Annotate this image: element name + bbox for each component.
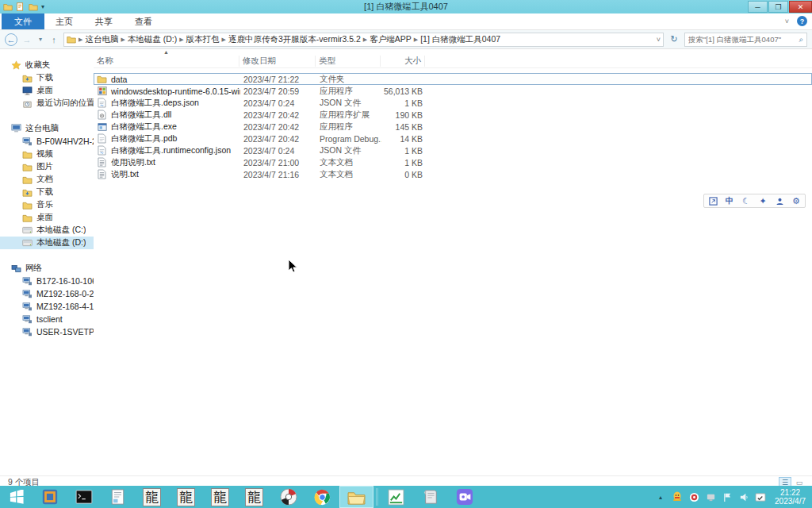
column-header-date[interactable]: 修改日期 [239, 56, 316, 67]
zh-input-icon[interactable]: 中 [725, 196, 734, 206]
file-row[interactable]: windowsdesktop-runtime-6.0.15-win-... 20… [94, 85, 812, 97]
sidebar-item[interactable]: USER-1SVETPSJ92 [0, 325, 94, 338]
quick-access-toolbar: ▾ [0, 2, 44, 11]
breadcrumb[interactable]: ▶ 这台电脑▶ 本地磁盘 (D:)▶ 版本打包▶ 逐鹿中原传奇3开服版本-ver… [63, 33, 664, 47]
breadcrumb-segment[interactable]: [1] 白猪微端工具0407 [419, 34, 502, 45]
hidden-icons-icon[interactable]: ▴ [655, 491, 666, 502]
file-row[interactable]: 使用说明.txt 2023/4/7 21:00 文本文档 1 KB [94, 156, 812, 168]
customize-qat-icon[interactable]: ▾ [41, 3, 44, 10]
taskbar-dragon-client-3[interactable]: 龍 [203, 486, 237, 508]
notepad-doc-icon [109, 488, 127, 506]
taskbar-dragon-client-4[interactable]: 龍 [237, 486, 271, 508]
sidebar-item[interactable]: B172-16-10-106 [0, 275, 94, 287]
new-folder-icon[interactable] [29, 2, 38, 11]
input-indicator-icon[interactable] [755, 491, 766, 502]
sidebar-item[interactable]: B-F0W4HV2H-204: [0, 135, 94, 148]
sidebar-item[interactable]: tsclient [0, 313, 94, 325]
taskbar-start[interactable] [0, 486, 33, 508]
breadcrumb-segment[interactable]: 这台电脑 [83, 34, 120, 45]
refresh-icon[interactable]: ↻ [667, 33, 681, 47]
breadcrumb-segment[interactable]: 本地磁盘 (D:) [126, 34, 178, 45]
file-row[interactable]: 白猪微端工具.deps.json 2023/4/7 0:24 JSON 文件 1… [94, 97, 812, 109]
sidebar-item[interactable]: 图片 [0, 160, 94, 173]
json-icon [97, 98, 107, 108]
taskbar-notepad-doc[interactable] [101, 486, 135, 508]
tab-home[interactable]: 主页 [44, 13, 84, 29]
sidebar-item[interactable]: 文档 [0, 173, 94, 186]
sidebar-item[interactable]: 桌面 [0, 84, 94, 97]
tab-file[interactable]: 文件 [2, 13, 44, 29]
user-icon[interactable] [775, 196, 784, 206]
sidebar-item[interactable]: 本地磁盘 (C:) [0, 224, 94, 237]
recent-locations-icon[interactable]: ▾ [36, 33, 44, 46]
file-row[interactable]: 白猪微端工具.runtimeconfig.json 2023/4/7 0:24 … [94, 144, 812, 156]
column-header-size[interactable]: 大小 [381, 56, 425, 67]
sidebar-item[interactable]: 下载 [0, 71, 94, 84]
sidebar-item[interactable]: MZ192-168-0-234 [0, 287, 94, 300]
tab-share[interactable]: 共享 [84, 13, 124, 29]
file-row[interactable]: 说明.txt 2023/4/7 21:16 文本文档 0 KB [94, 168, 812, 180]
properties-icon[interactable] [16, 2, 25, 11]
cursor-effects-icon[interactable]: ✦ [758, 196, 768, 206]
network-icon[interactable] [705, 491, 716, 502]
sidebar-item[interactable]: 音乐 [0, 198, 94, 211]
breadcrumb-segment[interactable]: 逐鹿中原传奇3开服版本-vermir3.5.2 [227, 34, 362, 45]
cmd-icon [75, 488, 93, 506]
collapse-ribbon-icon[interactable]: ˅ [785, 17, 789, 25]
sidebar-item[interactable]: 本地磁盘 (D:) [0, 237, 94, 249]
maximize-button[interactable]: ❐ [768, 1, 788, 13]
qq-icon[interactable] [672, 491, 683, 502]
up-button[interactable]: ↑ [48, 33, 60, 46]
sidebar-group-pc[interactable]: 这台电脑 [0, 122, 94, 135]
sidebar-item[interactable]: 最近访问的位置 [0, 97, 94, 110]
search-box[interactable]: ⌕ [684, 33, 807, 47]
file-row[interactable]: 白猪微端工具.exe 2023/4/7 20:42 应用程序 145 KB [94, 121, 812, 133]
sidebar-item[interactable]: 视频 [0, 148, 94, 160]
flag-icon[interactable] [722, 491, 733, 502]
settings-icon[interactable]: ⚙ [791, 196, 801, 206]
installer-icon [97, 87, 107, 96]
taskbar-notepad[interactable] [413, 486, 447, 508]
address-dropdown-icon[interactable]: ˅ [657, 36, 661, 44]
forward-button: → [21, 33, 33, 46]
audio-icon[interactable] [738, 491, 749, 502]
taskbar-vm-app[interactable] [33, 486, 67, 508]
screen-select-icon[interactable] [708, 196, 718, 206]
night-mode-icon[interactable]: ☾ [741, 196, 751, 206]
vm-app-icon [40, 488, 59, 506]
help-icon[interactable]: ? [797, 16, 807, 26]
taskbar-dragon-client-2[interactable]: 龍 [169, 486, 203, 508]
sidebar-group-network[interactable]: 网络 [0, 262, 94, 275]
column-header-type[interactable]: 类型 [316, 56, 381, 67]
doc-icon [97, 134, 107, 144]
remote-overlay-toolbar: 中☾✦⚙ [703, 194, 806, 208]
monitor-icon [22, 86, 33, 95]
taskbar-green-editor[interactable] [379, 486, 413, 508]
taskbar-dragon-client-1[interactable]: 龍 [135, 486, 169, 508]
search-input[interactable] [688, 35, 795, 44]
sidebar-item[interactable]: 下载 [0, 186, 94, 198]
dragon-icon: 龍 [143, 488, 161, 506]
taskbar-explorer[interactable] [339, 486, 373, 508]
recent-icon [22, 98, 33, 108]
explorer-window: ▾ [1] 白猪微端工具0407 ─ ❐ ✕ 文件主页共享查看 ˅ ? ← → … [0, 0, 812, 486]
taskbar-screen-recorder[interactable] [447, 486, 481, 508]
taskbar-chrome[interactable] [305, 486, 339, 508]
taskbar-cmd[interactable] [67, 486, 101, 508]
file-row[interactable]: 白猪微端工具.dll 2023/4/7 20:42 应用程序扩展 190 KB [94, 109, 812, 121]
breadcrumb-segment[interactable]: 客户端APP [368, 34, 413, 45]
sidebar-item[interactable]: 桌面 [0, 211, 94, 224]
column-header-name[interactable]: 名称 [94, 56, 239, 67]
back-button[interactable]: ← [5, 33, 17, 46]
taskbar-launcher[interactable] [271, 486, 305, 508]
sidebar-group-star[interactable]: 收藏夹 [0, 59, 94, 71]
taskbar-clock[interactable]: 21:22 2023/4/7 [772, 488, 806, 506]
minimize-button[interactable]: ─ [748, 1, 768, 13]
sidebar-item[interactable]: MZ192-168-4-110 [0, 300, 94, 313]
file-row[interactable]: data 2023/4/7 21:22 文件夹 [94, 73, 812, 85]
tab-view[interactable]: 查看 [124, 13, 163, 29]
security-icon[interactable] [688, 491, 699, 502]
file-row[interactable]: 白猪微端工具.pdb 2023/4/7 20:42 Program Debug.… [94, 133, 812, 144]
breadcrumb-segment[interactable]: 版本打包 [185, 34, 221, 45]
close-button[interactable]: ✕ [789, 1, 812, 13]
